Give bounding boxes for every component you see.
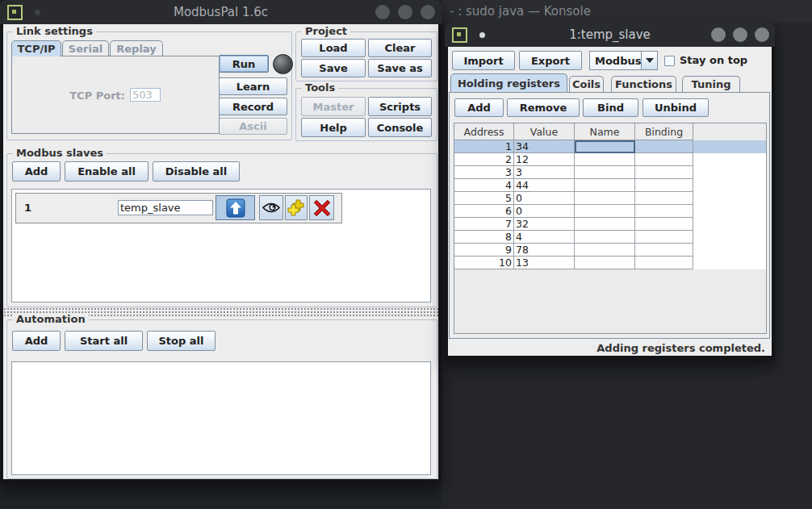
ascii-button[interactable]: Ascii [219, 118, 287, 135]
cell-binding[interactable] [635, 257, 693, 269]
cell-binding[interactable] [635, 244, 693, 257]
tab-coils[interactable]: Coils [569, 76, 604, 92]
run-button[interactable]: Run [219, 55, 269, 73]
table-row[interactable]: 33 [454, 166, 766, 179]
cell-value[interactable]: 32 [514, 218, 575, 231]
save-as-button[interactable]: Save as [368, 59, 432, 77]
cell-binding[interactable] [635, 205, 693, 218]
cell-binding[interactable] [635, 166, 693, 179]
cell-value[interactable]: 12 [514, 153, 575, 166]
record-button[interactable]: Record [219, 98, 287, 115]
enable-all-button[interactable]: Enable all [65, 161, 149, 181]
col-header-value[interactable]: Value [514, 123, 575, 140]
console-button[interactable]: Console [368, 118, 432, 137]
window-menu-icon[interactable] [452, 27, 467, 43]
cell-name[interactable] [575, 140, 635, 153]
table-row[interactable]: 60 [454, 205, 766, 218]
start-all-button[interactable]: Start all [65, 331, 143, 351]
cell-binding[interactable] [635, 192, 693, 205]
cell-name[interactable] [575, 205, 635, 218]
cell-binding[interactable] [635, 153, 693, 166]
cell-address[interactable]: 4 [454, 179, 514, 192]
tab-holding-registers[interactable]: Holding registers [450, 73, 567, 92]
minimize-button[interactable] [375, 5, 390, 19]
minimize-button[interactable] [711, 27, 726, 42]
cell-address[interactable]: 5 [454, 192, 514, 205]
cell-name[interactable] [575, 153, 635, 166]
cell-value[interactable]: 34 [514, 140, 575, 153]
window-menu-icon[interactable] [7, 5, 23, 20]
slave-eye-button[interactable] [259, 195, 283, 220]
table-row[interactable]: 84 [454, 231, 766, 244]
table-row[interactable]: 50 [454, 192, 766, 205]
cell-address[interactable]: 2 [454, 153, 514, 166]
table-row[interactable]: 212 [454, 153, 766, 166]
cell-name[interactable] [575, 257, 635, 269]
close-button[interactable] [421, 5, 435, 19]
export-button[interactable]: Export [519, 51, 582, 70]
slave-enable-toggle[interactable] [216, 195, 255, 220]
stop-all-button[interactable]: Stop all [147, 331, 216, 351]
help-button[interactable]: Help [301, 118, 366, 137]
table-row[interactable]: 1013 [454, 257, 766, 269]
protocol-combobox[interactable]: Modbus [589, 51, 658, 70]
konsole-titlebar[interactable]: - : sudo java — Konsole [442, 0, 812, 23]
cell-address[interactable]: 10 [454, 257, 514, 269]
cell-name[interactable] [575, 166, 635, 179]
cell-value[interactable]: 13 [514, 257, 575, 269]
slave-name-input[interactable]: temp_slave [118, 200, 213, 215]
slave-row[interactable]: 1 temp_slave [15, 193, 342, 223]
table-row[interactable]: 444 [454, 179, 766, 192]
maximize-button[interactable] [398, 5, 412, 19]
save-button[interactable]: Save [301, 59, 366, 77]
cell-binding[interactable] [635, 218, 693, 231]
slave-editor-titlebar[interactable]: 1:temp_slave [445, 23, 775, 47]
cell-value[interactable]: 78 [514, 244, 575, 257]
cell-address[interactable]: 7 [454, 218, 514, 231]
tab-serial[interactable]: Serial [62, 40, 109, 56]
cell-address[interactable]: 8 [454, 231, 514, 244]
slave-delete-button[interactable] [309, 195, 334, 220]
close-button[interactable] [755, 27, 769, 42]
scripts-button[interactable]: Scripts [368, 97, 432, 116]
cell-binding[interactable] [635, 231, 693, 244]
cell-address[interactable]: 1 [454, 140, 514, 153]
table-row[interactable]: 978 [454, 244, 766, 257]
cell-name[interactable] [575, 231, 635, 244]
slave-add-button[interactable]: Add [12, 161, 61, 181]
table-row[interactable]: 732 [454, 218, 766, 231]
tab-replay[interactable]: Replay [110, 40, 163, 56]
cell-value[interactable]: 44 [514, 179, 575, 192]
cell-address[interactable]: 9 [454, 244, 514, 257]
tab-tcpip[interactable]: TCP/IP [11, 40, 61, 56]
register-add-button[interactable]: Add [454, 98, 504, 117]
cell-name[interactable] [575, 218, 635, 231]
tcp-port-input[interactable]: 503 [130, 88, 161, 102]
col-header-name[interactable]: Name [575, 123, 635, 140]
combobox-arrow-button[interactable] [641, 52, 657, 69]
slave-duplicate-button[interactable] [285, 195, 308, 220]
automation-add-button[interactable]: Add [12, 331, 61, 351]
import-button[interactable]: Import [452, 51, 515, 70]
cell-name[interactable] [575, 179, 635, 192]
col-header-binding[interactable]: Binding [635, 123, 693, 140]
tab-functions[interactable]: Functions [611, 76, 676, 92]
col-header-address[interactable]: Address [454, 123, 514, 140]
load-button[interactable]: Load [301, 39, 366, 57]
maximize-button[interactable] [733, 27, 747, 42]
register-remove-button[interactable]: Remove [507, 98, 580, 117]
table-row[interactable]: 134 [454, 140, 766, 153]
disable-all-button[interactable]: Disable all [153, 161, 240, 181]
cell-value[interactable]: 0 [514, 205, 575, 218]
cell-value[interactable]: 4 [514, 231, 575, 244]
clear-button[interactable]: Clear [368, 39, 432, 57]
cell-binding[interactable] [635, 179, 693, 192]
learn-button[interactable]: Learn [219, 77, 287, 95]
cell-value[interactable]: 3 [514, 166, 575, 179]
tab-tuning[interactable]: Tuning [682, 76, 740, 92]
master-button[interactable]: Master [301, 97, 366, 116]
cell-name[interactable] [575, 192, 635, 205]
stay-on-top-checkbox[interactable] [664, 56, 675, 66]
register-bind-button[interactable]: Bind [583, 98, 638, 117]
cell-value[interactable]: 0 [514, 192, 575, 205]
